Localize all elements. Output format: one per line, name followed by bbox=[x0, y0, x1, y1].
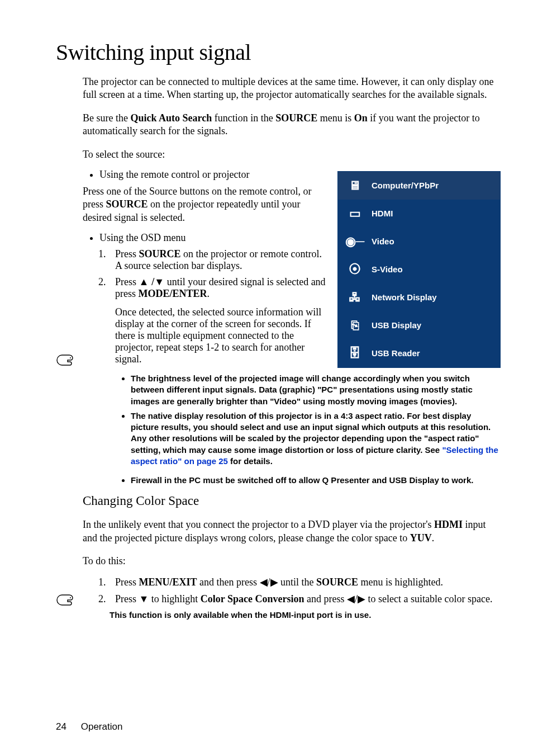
intro-paragraph-2: Be sure the Quick Auto Search function i… bbox=[83, 112, 499, 138]
source-row-svideo: ⦿ S-Video bbox=[338, 256, 500, 284]
footer-section: Operation bbox=[81, 721, 123, 732]
intro-paragraph-1: The projector can be connected to multip… bbox=[83, 75, 499, 102]
computer-icon: 🖥 bbox=[338, 179, 372, 192]
source-row-video: ◉─ Video bbox=[338, 228, 500, 256]
source-label: Video bbox=[372, 237, 500, 246]
source-label: USB Reader bbox=[372, 348, 500, 358]
down-arrow-icon: ▼ bbox=[139, 593, 149, 604]
color-space-paragraph: In the unlikely event that you connect t… bbox=[83, 518, 499, 545]
final-note: This function is only available when the… bbox=[83, 609, 499, 621]
to-select-source: To select the source: bbox=[83, 148, 499, 161]
source-row-network: 🖧 Network Display bbox=[338, 284, 500, 311]
left-arrow-icon: ◀ bbox=[260, 577, 268, 588]
right-arrow-icon: ▶ bbox=[270, 577, 278, 588]
hdmi-icon: ▭ bbox=[338, 207, 372, 220]
page-number: 24 bbox=[56, 721, 78, 733]
ccs-step-2: Press ▼ to highlight Color Space Convers… bbox=[108, 593, 499, 605]
note-hand-icon bbox=[56, 354, 76, 366]
up-arrow-icon: ▲ bbox=[139, 276, 152, 287]
source-label: S-Video bbox=[372, 264, 500, 274]
note-1: The brightness level of the projected im… bbox=[131, 373, 499, 407]
source-row-hdmi: ▭ HDMI bbox=[338, 200, 500, 228]
source-row-computer: 🖥 Computer/YPbPr bbox=[338, 172, 500, 200]
source-row-usb-display: ⎘ USB Display bbox=[338, 311, 500, 339]
network-icon: 🖧 bbox=[338, 291, 372, 304]
usb-display-icon: ⎘ bbox=[338, 319, 372, 332]
source-label: Network Display bbox=[372, 292, 500, 302]
source-selection-panel: 🖥 Computer/YPbPr ▭ HDMI ◉─ Video ⦿ S-Vid… bbox=[337, 171, 501, 368]
page-footer: 24 Operation bbox=[56, 721, 122, 733]
source-label: Computer/YPbPr bbox=[372, 181, 500, 190]
source-label: HDMI bbox=[372, 209, 500, 218]
down-arrow-icon: ▼ bbox=[154, 276, 164, 287]
notes-block: The brightness level of the projected im… bbox=[83, 373, 499, 486]
step-2-detected: Once detected, the selected source infor… bbox=[115, 306, 327, 365]
to-do-this: To do this: bbox=[83, 555, 499, 568]
left-arrow-icon: ◀ bbox=[347, 593, 355, 604]
changing-color-space-heading: Changing Color Space bbox=[83, 494, 499, 508]
video-icon: ◉─ bbox=[338, 235, 372, 248]
step-2: Press ▲ /▼ until your desired signal is … bbox=[108, 276, 327, 365]
source-label: USB Display bbox=[372, 320, 500, 330]
note-3: Firewall in the PC must be switched off … bbox=[131, 475, 499, 486]
page-title: Switching input signal bbox=[56, 39, 499, 65]
svg-point-1 bbox=[70, 597, 71, 598]
svideo-icon: ⦿ bbox=[338, 263, 372, 276]
step-1: Press SOURCE on the projector or remote … bbox=[108, 248, 327, 272]
source-row-usb-reader: 🗄 USB Reader bbox=[338, 339, 500, 367]
bullet-osd: Using the OSD menu bbox=[99, 232, 327, 244]
ccs-step-1: Press MENU/EXIT and then press ◀/▶ until… bbox=[108, 576, 499, 588]
bullet-remote: Using the remote control or projector bbox=[99, 169, 327, 181]
usb-reader-icon: 🗄 bbox=[338, 347, 372, 360]
note-2: The native display resolution of this pr… bbox=[131, 410, 499, 467]
note-hand-icon bbox=[56, 594, 76, 606]
remote-paragraph: Press one of the Source buttons on the r… bbox=[83, 185, 327, 224]
right-arrow-icon: ▶ bbox=[358, 593, 365, 604]
svg-point-0 bbox=[70, 357, 71, 358]
